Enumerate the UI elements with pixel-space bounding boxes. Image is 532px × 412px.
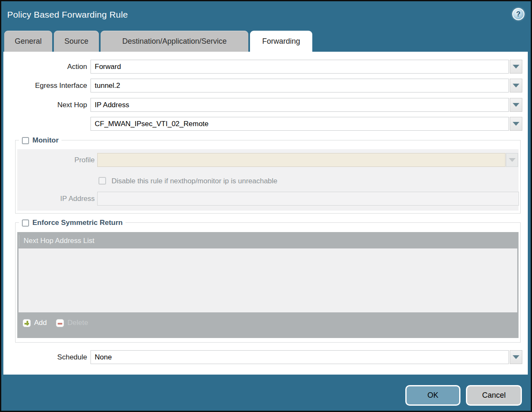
monitor-legend: Monitor <box>19 135 61 146</box>
next-hop-address-select[interactable]: CF_MWAN_IPsec_VTI_02_Remote <box>90 117 509 131</box>
action-select[interactable]: Forward <box>90 60 509 74</box>
monitor-legend-label: Monitor <box>32 136 59 145</box>
next-hop-address-table-toolbar: Add Delete <box>19 314 517 331</box>
add-button[interactable]: Add <box>23 319 47 327</box>
disable-rule-label: Disable this rule if nexthop/monitor ip … <box>112 174 277 188</box>
add-button-label: Add <box>34 319 47 327</box>
delete-button: Delete <box>56 319 88 327</box>
schedule-select[interactable]: None <box>90 350 509 364</box>
enforce-symmetric-return-legend: Enforce Symmetric Return <box>19 217 125 228</box>
ok-button[interactable]: OK <box>405 385 460 406</box>
chevron-down-icon <box>513 103 519 107</box>
chevron-down-icon <box>513 355 519 359</box>
monitor-fieldset-body: Profile Disable this rule if nexthop/mon… <box>17 149 519 211</box>
plus-icon <box>23 319 31 327</box>
forwarding-tab-panel: Action Forward Egress Interface tunnel.2… <box>3 52 528 375</box>
action-dropdown-button[interactable] <box>510 60 522 74</box>
egress-interface-select[interactable]: tunnel.2 <box>90 79 509 92</box>
schedule-dropdown-button[interactable] <box>510 350 522 364</box>
next-hop-type-dropdown-button[interactable] <box>510 98 522 112</box>
egress-interface-label: Egress Interface <box>3 79 87 92</box>
next-hop-address-dropdown-button[interactable] <box>510 117 522 131</box>
monitor-ip-address-row: IP Address <box>17 192 519 206</box>
next-hop-address-table-body[interactable] <box>19 248 517 312</box>
enforce-symmetric-return-legend-label: Enforce Symmetric Return <box>32 219 122 227</box>
monitor-profile-dropdown-button <box>506 153 518 167</box>
monitor-profile-row: Profile <box>17 153 519 167</box>
monitor-disable-rule-row: Disable this rule if nexthop/monitor ip … <box>17 174 519 188</box>
cancel-button[interactable]: Cancel <box>466 385 522 406</box>
next-hop-type-select[interactable]: IP Address <box>90 98 509 112</box>
enforce-symmetric-return-fieldset: Enforce Symmetric Return Next Hop Addres… <box>15 222 521 343</box>
egress-interface-dropdown-button[interactable] <box>510 79 522 92</box>
chevron-down-icon <box>513 65 519 69</box>
tab-bar: General Source Destination/Application/S… <box>4 31 312 52</box>
disable-rule-checkbox <box>98 177 106 185</box>
action-label: Action <box>3 60 87 74</box>
tab-forwarding[interactable]: Forwarding <box>250 31 312 52</box>
minus-icon <box>56 319 64 327</box>
tab-general[interactable]: General <box>4 31 52 52</box>
monitor-ip-address-input <box>97 192 519 206</box>
next-hop-address-table: Next Hop Address List Add Delete <box>17 232 519 338</box>
monitor-profile-select <box>97 153 505 167</box>
monitor-ip-address-label: IP Address <box>17 192 95 206</box>
tab-source[interactable]: Source <box>54 31 99 52</box>
policy-based-forwarding-rule-dialog: Policy Based Forwarding Rule ? General S… <box>0 0 532 412</box>
delete-button-label: Delete <box>67 319 88 327</box>
next-hop-address-list-column-header[interactable]: Next Hop Address List <box>19 233 517 248</box>
chevron-down-icon <box>509 158 516 162</box>
help-icon[interactable]: ? <box>512 8 524 20</box>
chevron-down-icon <box>513 122 519 126</box>
chevron-down-icon <box>513 84 519 87</box>
next-hop-label: Next Hop <box>3 98 87 112</box>
monitor-profile-label: Profile <box>17 153 95 167</box>
schedule-label: Schedule <box>3 350 87 364</box>
tab-destination-application-service[interactable]: Destination/Application/Service <box>101 31 248 52</box>
dialog-title: Policy Based Forwarding Rule <box>7 10 128 20</box>
monitor-fieldset: Monitor Profile Disable this rule if nex… <box>15 140 521 214</box>
monitor-checkbox[interactable] <box>22 137 29 144</box>
enforce-symmetric-return-checkbox[interactable] <box>22 219 29 227</box>
